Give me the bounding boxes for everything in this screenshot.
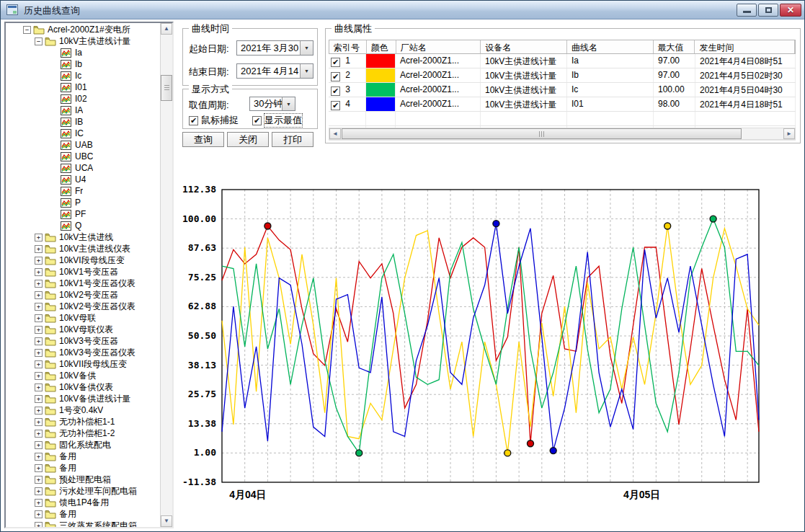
expand-icon[interactable]: + <box>35 257 43 265</box>
close-button[interactable]: ✕ <box>780 4 801 17</box>
row-checkbox[interactable]: ✔ <box>331 101 340 110</box>
chevron-down-icon[interactable]: ▼ <box>300 64 313 78</box>
expand-icon[interactable]: + <box>35 453 43 461</box>
mouse-capture-checkbox[interactable]: ✔ 鼠标捕捉 <box>189 114 239 127</box>
tree-item[interactable]: PF <box>6 208 160 220</box>
expand-icon[interactable]: + <box>35 291 43 299</box>
tree-item[interactable]: UAB <box>6 139 160 151</box>
tree-item[interactable]: +10kV主供进线 <box>6 231 160 243</box>
tree-item[interactable]: +预处理配电箱 <box>6 474 160 485</box>
scroll-right-arrow[interactable]: ► <box>783 128 795 139</box>
tree-item[interactable]: +10kV1号变压器仪表 <box>6 278 160 289</box>
tree-item[interactable]: IA <box>6 105 160 116</box>
collapse-icon[interactable]: − <box>23 26 31 34</box>
minimize-button[interactable] <box>737 4 757 17</box>
table-row[interactable]: ✔ 1Acrel-2000Z1...10kV主供进线计量Ia97.002021年… <box>329 54 796 68</box>
tree-item[interactable]: +三效蒸发系统配电箱 <box>6 520 160 527</box>
table-column-header[interactable]: 发生时间 <box>695 40 795 53</box>
expand-icon[interactable]: + <box>35 234 43 241</box>
tree-item[interactable]: +备用 <box>6 451 160 462</box>
scroll-up-arrow[interactable]: ▲ <box>161 23 172 35</box>
tree-item[interactable]: IB <box>6 116 160 128</box>
expand-icon[interactable]: + <box>35 360 43 368</box>
tree-item[interactable]: +10kV母联 <box>6 312 160 324</box>
table-column-header[interactable]: 厂站名 <box>396 40 481 53</box>
expand-icon[interactable]: + <box>35 418 43 426</box>
table-scrollbar-thumb[interactable] <box>342 128 742 139</box>
table-row[interactable]: ✔ 2Acrel-2000Z1...10kV主供进线计量Ib97.002021年… <box>329 68 796 83</box>
checkbox-check-icon[interactable]: ✔ <box>189 116 198 125</box>
tree-item[interactable]: +10kV主供进线仪表 <box>6 243 160 254</box>
checkbox-check-icon[interactable]: ✔ <box>252 116 262 125</box>
expand-icon[interactable]: + <box>35 280 43 288</box>
tree-item[interactable]: +无功补偿柜1-1 <box>6 416 160 427</box>
expand-icon[interactable]: + <box>35 372 43 380</box>
table-column-header[interactable]: 曲线名 <box>567 40 654 53</box>
tree-item[interactable]: P <box>6 197 160 208</box>
expand-icon[interactable]: + <box>35 326 43 334</box>
expand-icon[interactable]: + <box>35 430 43 438</box>
tree-item[interactable]: +10kV母联仪表 <box>6 324 160 335</box>
expand-icon[interactable]: + <box>35 476 43 484</box>
tree-item[interactable]: Ic <box>6 70 160 81</box>
close-dialog-button[interactable]: 关闭 <box>227 132 269 147</box>
collapse-icon[interactable]: − <box>35 37 43 45</box>
expand-icon[interactable]: + <box>35 384 43 391</box>
tree-item[interactable]: I01 <box>6 81 160 93</box>
table-row[interactable]: ✔ 3Acrel-2000Z1...10kV主供进线计量Ic100.002021… <box>329 83 796 97</box>
tree-item[interactable]: +污水处理车间配电箱 <box>6 485 160 497</box>
table-column-header[interactable]: 设备名 <box>481 40 567 53</box>
tree-item[interactable]: −Acrel-2000Z1#变电所 <box>6 24 160 35</box>
tree-item[interactable]: U4 <box>6 174 160 185</box>
chevron-down-icon[interactable]: ▼ <box>282 97 295 110</box>
expand-icon[interactable]: + <box>35 349 43 357</box>
start-date-combo[interactable]: 2021年 3月30 ▼ <box>236 40 313 56</box>
tree-item[interactable]: UBC <box>6 151 160 162</box>
tree-scrollbar-thumb[interactable] <box>161 75 172 101</box>
tree-item[interactable]: +10kV备供仪表 <box>6 381 160 393</box>
row-checkbox[interactable]: ✔ <box>331 72 340 81</box>
expand-icon[interactable]: + <box>35 245 43 253</box>
expand-icon[interactable]: + <box>35 407 43 414</box>
tree-item[interactable]: Fr <box>6 185 160 197</box>
expand-icon[interactable]: + <box>35 268 43 276</box>
tree-item[interactable]: +10kVI段母线压变 <box>6 254 160 266</box>
expand-icon[interactable]: + <box>35 487 43 495</box>
scroll-down-arrow[interactable]: ▼ <box>161 515 172 527</box>
tree-item[interactable]: +10kV3号变压器仪表 <box>6 347 160 358</box>
chevron-down-icon[interactable]: ▼ <box>300 41 313 55</box>
expand-icon[interactable]: + <box>35 395 43 403</box>
table-row[interactable]: ✔ 4Acrel-2000Z1...10kV主供进线计量I0198.002021… <box>329 97 796 112</box>
tree-item[interactable]: −10kV主供进线计量 <box>6 35 160 47</box>
row-checkbox[interactable]: ✔ <box>331 87 340 96</box>
tree-item[interactable]: +10kV3号变压器 <box>6 335 160 347</box>
maximize-button[interactable] <box>758 4 778 17</box>
query-button[interactable]: 查询 <box>182 132 224 147</box>
tree-item[interactable]: I02 <box>6 93 160 105</box>
table-column-header[interactable]: 最大值 <box>654 40 695 53</box>
tree-item[interactable]: +10kV备供 <box>6 370 160 381</box>
show-extremes-checkbox[interactable]: ✔ 显示最值 <box>252 114 302 127</box>
tree-item[interactable]: +无功补偿柜1-2 <box>6 427 160 439</box>
tree-item[interactable]: +固化系统配电 <box>6 439 160 451</box>
tree-item[interactable]: +10kV1号变压器 <box>6 266 160 278</box>
expand-icon[interactable]: + <box>35 314 43 322</box>
expand-icon[interactable]: + <box>35 337 43 345</box>
tree-item[interactable]: +备用 <box>6 462 160 474</box>
tree-item[interactable]: Ib <box>6 58 160 70</box>
tree-item[interactable]: +10kVII段母线压变 <box>6 358 160 370</box>
sample-period-combo[interactable]: 30分钟 ▼ <box>249 97 295 111</box>
tree-item[interactable]: +10kV2号变压器仪表 <box>6 301 160 312</box>
tree-item[interactable]: +备用 <box>6 508 160 520</box>
tree-vertical-scrollbar[interactable]: ▲ ▼ <box>160 23 172 527</box>
table-horizontal-scrollbar[interactable]: ◄ ► <box>329 128 796 140</box>
end-date-combo[interactable]: 2021年 4月14 ▼ <box>236 63 313 79</box>
expand-icon[interactable]: + <box>35 303 43 311</box>
expand-icon[interactable]: + <box>35 464 43 472</box>
tree-item[interactable]: Q <box>6 220 160 231</box>
expand-icon[interactable]: + <box>35 510 43 518</box>
tree-item[interactable]: UCA <box>6 162 160 174</box>
tree-item[interactable]: +10kV备供进线计量 <box>6 393 160 404</box>
tree-item[interactable]: IC <box>6 128 160 139</box>
table-column-header[interactable]: 索引号 <box>329 40 367 53</box>
